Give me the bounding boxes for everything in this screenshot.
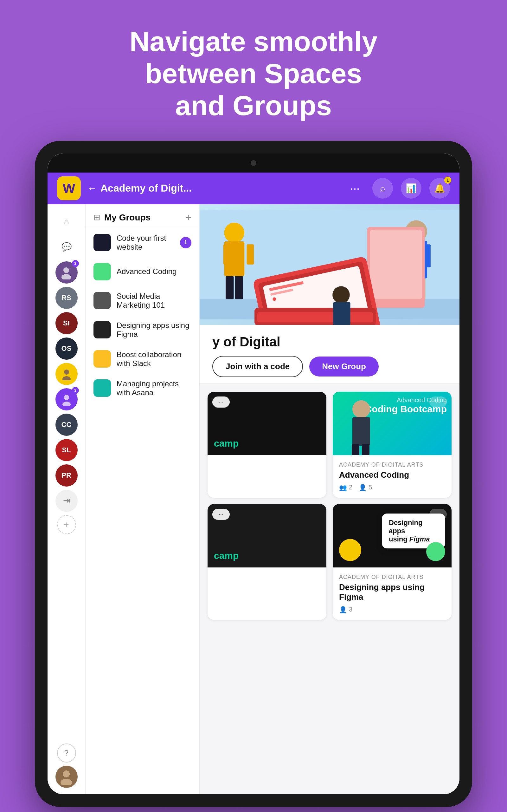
new-group-button[interactable]: New Group	[309, 357, 379, 376]
yellow-avatar-icon	[60, 368, 73, 380]
sidebar-help-button[interactable]: ?	[57, 744, 76, 763]
svg-point-7	[60, 779, 72, 785]
app-body: ⌂ 💬 3 RS	[48, 204, 459, 794]
avatar-badge-purple: 3	[72, 387, 79, 394]
hero-line2: between Spaces	[145, 58, 362, 89]
header-title: Academy of Digit...	[101, 183, 350, 194]
groups-add-button[interactable]: +	[186, 212, 191, 223]
svg-point-1	[61, 274, 71, 280]
svg-point-5	[62, 402, 71, 406]
group-item-social[interactable]: Social Media Marketing 101	[86, 286, 199, 315]
notification-badge: 1	[444, 177, 451, 184]
member-person-count: 5	[369, 484, 372, 491]
app-logo[interactable]: W	[57, 176, 81, 200]
svg-point-4	[64, 395, 69, 400]
bootcamp-figure	[342, 398, 380, 455]
figma-avatar-green	[426, 542, 445, 561]
group-item-advanced[interactable]: Advanced Coding	[86, 257, 199, 286]
exit-icon: ⇥	[63, 496, 70, 506]
svg-rect-28	[257, 312, 373, 322]
join-with-code-button[interactable]: Join with a code	[212, 356, 303, 377]
app-header: W ← Academy of Digit... ··· ⌕ 📊 🔔 1	[48, 172, 459, 204]
svg-point-29	[332, 286, 350, 304]
group-item-figma[interactable]: Designing apps using Figma	[86, 315, 199, 345]
group-item-slack[interactable]: Boost collaboration with Slack	[86, 345, 199, 374]
member-group-count: 2	[349, 484, 352, 491]
groups-icon: ⊞	[94, 212, 101, 222]
sidebar-avatar-exit[interactable]: ⇥	[55, 490, 78, 512]
svg-point-6	[63, 770, 70, 777]
sidebar-avatar-pr[interactable]: PR	[55, 464, 78, 487]
user-avatar-icon	[58, 768, 75, 785]
group-name-figma: Designing apps using Figma	[117, 321, 191, 339]
card-2-member-2: 👤 5	[359, 484, 372, 491]
header-icon-group: ⌕ 📊 🔔 1	[372, 178, 450, 199]
chart-icon: 📊	[406, 183, 417, 194]
card-3-more-button[interactable]: ···	[212, 509, 230, 520]
sidebar-avatar-purple[interactable]: 3	[55, 388, 78, 410]
card-1-camp-text: camp	[214, 438, 239, 449]
groups-grid: ··· camp ··· Advanced Coding Coding Boot…	[200, 384, 459, 628]
card-4-members: 👤 3	[339, 606, 445, 613]
group-name-code: Code your first website	[117, 234, 180, 252]
svg-rect-15	[247, 244, 254, 264]
svg-rect-23	[370, 230, 422, 299]
sidebar-add-button[interactable]: +	[57, 515, 76, 534]
sidebar-avatar-yellow[interactable]	[55, 363, 78, 385]
sidebar-avatar-cc[interactable]: CC	[55, 414, 78, 436]
card-2-info: ACADEMY OF DIGITAL ARTS Advanced Coding …	[333, 455, 452, 498]
sidebar-user-avatar[interactable]	[55, 766, 78, 788]
group-card-2: ··· Advanced Coding Coding Bootcamp	[333, 392, 452, 498]
header-more-button[interactable]: ···	[350, 182, 360, 195]
tablet-screen: W ← Academy of Digit... ··· ⌕ 📊 🔔 1	[48, 154, 459, 794]
card-3-image: ··· camp	[208, 504, 326, 567]
hero-line1: Navigate smoothly	[130, 26, 377, 57]
group-name-slack: Boost collaboration with Slack	[117, 350, 191, 368]
app-container: W ← Academy of Digit... ··· ⌕ 📊 🔔 1	[48, 172, 459, 794]
group-thumb-slack	[94, 350, 111, 368]
svg-point-2	[64, 369, 69, 374]
avatar-icon-1	[59, 265, 73, 280]
hero-heading: Navigate smoothly between Spaces and Gro…	[98, 0, 409, 141]
svg-rect-21	[424, 244, 431, 267]
sidebar-avatar-rs[interactable]: RS	[55, 287, 78, 309]
card-4-group-name: Designing apps using Figma	[339, 582, 445, 602]
sidebar-avatar-si[interactable]: SI	[55, 312, 78, 334]
card-2-member-1: 👥 2	[339, 484, 352, 491]
card-3-camp-text: camp	[214, 550, 239, 561]
svg-rect-14	[223, 244, 231, 264]
hero-illustration	[200, 204, 459, 325]
figma-avatar-yellow	[339, 539, 361, 561]
group-card-3: ··· camp	[208, 504, 326, 620]
sidebar-home-icon[interactable]: ⌂	[55, 211, 78, 233]
member-group-icon: 👥	[339, 484, 347, 491]
group-card-1: ··· camp	[208, 392, 326, 498]
tablet-camera-bar	[48, 154, 459, 172]
bell-icon: 🔔	[434, 183, 445, 194]
back-button[interactable]: ←	[87, 183, 97, 194]
notification-button[interactable]: 🔔 1	[429, 178, 450, 199]
svg-point-3	[62, 376, 71, 380]
sidebar-avatar-os[interactable]: OS	[55, 338, 78, 360]
space-actions: Join with a code New Group	[212, 356, 447, 377]
search-button[interactable]: ⌕	[372, 178, 393, 199]
space-name: y of Digital	[212, 334, 447, 350]
group-item-asana[interactable]: Managing projects with Asana	[86, 374, 199, 403]
card-4-info: ACADEMY OF DIGITAL ARTS Designing apps u…	[333, 567, 452, 620]
card4-person-count: 3	[349, 606, 352, 613]
sidebar-avatar-1[interactable]: 3	[55, 261, 78, 284]
sidebar-avatar-sl[interactable]: SL	[55, 439, 78, 461]
card-2-space-label: ACADEMY OF DIGITAL ARTS	[339, 461, 445, 468]
card-1-more-button[interactable]: ···	[212, 397, 230, 408]
space-info: y of Digital Join with a code New Group	[200, 325, 459, 384]
sidebar-chat-icon[interactable]: 💬	[55, 236, 78, 258]
group-thumb-asana	[94, 379, 111, 397]
figma-tooltip-line2: using	[389, 535, 407, 543]
main-content: y of Digital Join with a code New Group …	[200, 204, 459, 794]
svg-rect-30	[333, 302, 350, 325]
group-thumb-advanced	[94, 263, 111, 281]
group-item-code[interactable]: Code your first website 1	[86, 228, 199, 257]
chart-button[interactable]: 📊	[401, 178, 421, 199]
svg-point-0	[63, 267, 69, 273]
card-4-space-label: ACADEMY OF DIGITAL ARTS	[339, 574, 445, 580]
